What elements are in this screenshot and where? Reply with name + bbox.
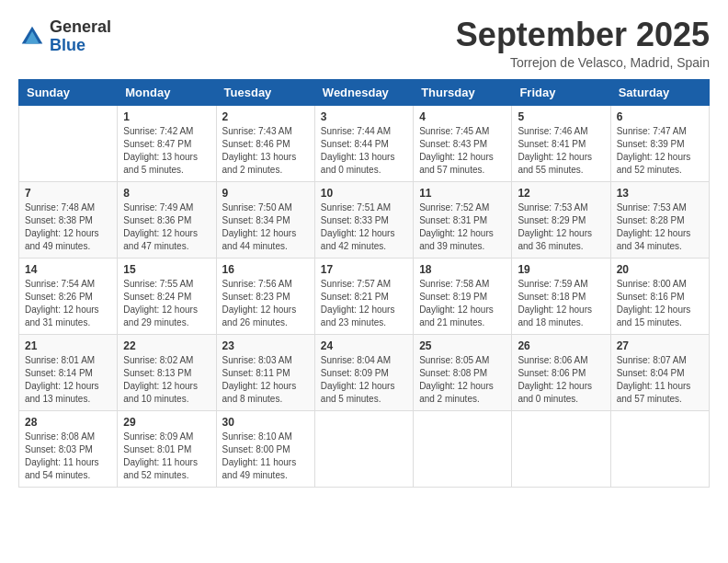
day-info: Sunrise: 7:54 AMSunset: 8:26 PMDaylight:… [25,278,111,329]
calendar-cell: 18Sunrise: 7:58 AMSunset: 8:19 PMDayligh… [414,259,512,335]
sunset-text: Sunset: 8:01 PM [123,443,210,456]
calendar-cell: 11Sunrise: 7:52 AMSunset: 8:31 PMDayligh… [414,182,512,259]
day-info: Sunrise: 7:43 AMSunset: 8:46 PMDaylight:… [222,125,309,177]
daylight-text: Daylight: 12 hours and 42 minutes. [321,227,407,253]
daylight-text: Daylight: 12 hours and 21 minutes. [419,304,506,329]
daylight-text: Daylight: 13 hours and 5 minutes. [123,151,210,177]
calendar-cell: 21Sunrise: 8:01 AMSunset: 8:14 PMDayligh… [19,335,118,411]
day-info: Sunrise: 7:57 AMSunset: 8:21 PMDaylight:… [321,278,407,329]
sunset-text: Sunset: 8:13 PM [123,367,210,380]
calendar-cell [610,411,709,488]
day-number: 18 [419,263,506,276]
calendar-cell: 3Sunrise: 7:44 AMSunset: 8:44 PMDaylight… [314,106,413,182]
sunrise-text: Sunrise: 8:03 AM [222,354,309,367]
daylight-text: Daylight: 11 hours and 49 minutes. [222,456,309,482]
calendar-cell: 14Sunrise: 7:54 AMSunset: 8:26 PMDayligh… [19,259,118,335]
sunrise-text: Sunrise: 7:46 AM [518,125,604,138]
day-info: Sunrise: 7:55 AMSunset: 8:24 PMDaylight:… [123,278,210,329]
sunset-text: Sunset: 8:21 PM [321,291,407,304]
sunset-text: Sunset: 8:18 PM [518,291,604,304]
calendar-cell: 10Sunrise: 7:51 AMSunset: 8:33 PMDayligh… [314,182,413,259]
sunrise-text: Sunrise: 7:55 AM [123,278,210,291]
week-row-3: 14Sunrise: 7:54 AMSunset: 8:26 PMDayligh… [19,259,710,335]
calendar-cell: 6Sunrise: 7:47 AMSunset: 8:39 PMDaylight… [610,106,709,182]
week-row-1: 1Sunrise: 7:42 AMSunset: 8:47 PMDaylight… [19,106,710,182]
day-info: Sunrise: 7:59 AMSunset: 8:18 PMDaylight:… [518,278,604,329]
sunset-text: Sunset: 8:39 PM [617,138,703,151]
day-number: 30 [222,416,309,429]
calendar-cell: 26Sunrise: 8:06 AMSunset: 8:06 PMDayligh… [512,335,610,411]
daylight-text: Daylight: 12 hours and 39 minutes. [419,227,506,253]
daylight-text: Daylight: 12 hours and 13 minutes. [25,380,111,406]
logo-text: General Blue [50,18,111,55]
sunrise-text: Sunrise: 7:42 AM [123,125,210,138]
weekday-friday: Friday [512,80,610,106]
day-info: Sunrise: 7:53 AMSunset: 8:29 PMDaylight:… [518,201,604,253]
sunset-text: Sunset: 8:31 PM [419,214,506,227]
day-number: 27 [617,339,703,352]
calendar-cell [414,411,512,488]
sunrise-text: Sunrise: 7:51 AM [321,201,407,214]
day-info: Sunrise: 8:02 AMSunset: 8:13 PMDaylight:… [123,354,210,406]
sunset-text: Sunset: 8:06 PM [518,367,604,380]
calendar-cell [314,411,413,488]
calendar-cell: 28Sunrise: 8:08 AMSunset: 8:03 PMDayligh… [19,411,118,488]
sunset-text: Sunset: 8:09 PM [321,367,407,380]
sunrise-text: Sunrise: 8:00 AM [617,278,703,291]
weekday-tuesday: Tuesday [216,80,314,106]
day-number: 8 [123,187,210,200]
daylight-text: Daylight: 12 hours and 10 minutes. [123,380,210,406]
sunrise-text: Sunrise: 7:56 AM [222,278,309,291]
weekday-row: SundayMondayTuesdayWednesdayThursdayFrid… [19,80,710,106]
sunrise-text: Sunrise: 7:50 AM [222,201,309,214]
day-number: 4 [419,110,506,123]
daylight-text: Daylight: 11 hours and 52 minutes. [123,456,210,482]
logo-blue: Blue [50,37,111,55]
day-info: Sunrise: 7:56 AMSunset: 8:23 PMDaylight:… [222,278,309,329]
logo-general: General [50,18,111,37]
daylight-text: Daylight: 12 hours and 57 minutes. [419,151,506,177]
day-info: Sunrise: 8:08 AMSunset: 8:03 PMDaylight:… [25,431,111,482]
sunrise-text: Sunrise: 7:53 AM [617,201,703,214]
calendar-cell: 9Sunrise: 7:50 AMSunset: 8:34 PMDaylight… [216,182,314,259]
daylight-text: Daylight: 12 hours and 52 minutes. [617,151,703,177]
sunrise-text: Sunrise: 8:04 AM [321,354,407,367]
calendar: SundayMondayTuesdayWednesdayThursdayFrid… [18,79,710,488]
day-number: 26 [518,339,604,352]
sunrise-text: Sunrise: 7:53 AM [518,201,604,214]
weekday-monday: Monday [118,80,216,106]
day-number: 15 [123,263,210,276]
daylight-text: Daylight: 12 hours and 8 minutes. [222,380,309,406]
daylight-text: Daylight: 12 hours and 15 minutes. [617,304,703,329]
sunset-text: Sunset: 8:16 PM [617,291,703,304]
sunset-text: Sunset: 8:44 PM [321,138,407,151]
day-info: Sunrise: 7:58 AMSunset: 8:19 PMDaylight:… [419,278,506,329]
day-info: Sunrise: 7:51 AMSunset: 8:33 PMDaylight:… [321,201,407,253]
weekday-thursday: Thursday [414,80,512,106]
sunset-text: Sunset: 8:41 PM [518,138,604,151]
day-number: 21 [25,339,111,352]
calendar-cell: 29Sunrise: 8:09 AMSunset: 8:01 PMDayligh… [118,411,216,488]
sunrise-text: Sunrise: 8:01 AM [25,354,111,367]
sunset-text: Sunset: 8:29 PM [518,214,604,227]
day-info: Sunrise: 8:01 AMSunset: 8:14 PMDaylight:… [25,354,111,406]
day-number: 14 [25,263,111,276]
day-info: Sunrise: 7:47 AMSunset: 8:39 PMDaylight:… [617,125,703,177]
calendar-cell: 16Sunrise: 7:56 AMSunset: 8:23 PMDayligh… [216,259,314,335]
week-row-5: 28Sunrise: 8:08 AMSunset: 8:03 PMDayligh… [19,411,710,488]
daylight-text: Daylight: 12 hours and 0 minutes. [518,380,604,406]
sunrise-text: Sunrise: 7:43 AM [222,125,309,138]
sunrise-text: Sunrise: 8:09 AM [123,431,210,443]
daylight-text: Daylight: 12 hours and 47 minutes. [123,227,210,253]
weekday-wednesday: Wednesday [314,80,413,106]
calendar-cell: 1Sunrise: 7:42 AMSunset: 8:47 PMDaylight… [118,106,216,182]
sunset-text: Sunset: 8:36 PM [123,214,210,227]
daylight-text: Daylight: 12 hours and 2 minutes. [419,380,506,406]
calendar-body: 1Sunrise: 7:42 AMSunset: 8:47 PMDaylight… [19,106,710,488]
week-row-2: 7Sunrise: 7:48 AMSunset: 8:38 PMDaylight… [19,182,710,259]
sunrise-text: Sunrise: 8:08 AM [25,431,111,443]
day-number: 29 [123,416,210,429]
day-info: Sunrise: 7:42 AMSunset: 8:47 PMDaylight:… [123,125,210,177]
day-number: 25 [419,339,506,352]
daylight-text: Daylight: 11 hours and 54 minutes. [25,456,111,482]
